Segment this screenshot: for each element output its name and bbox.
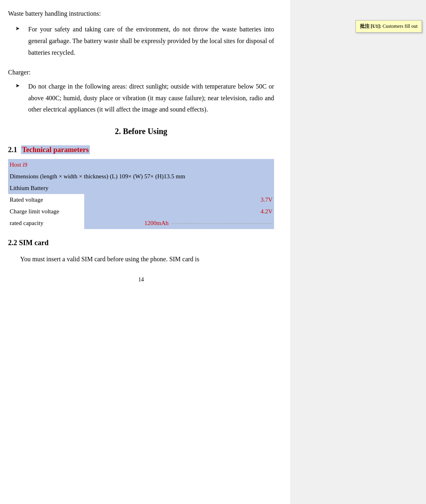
lithium-label: Lithium Battery [8, 182, 274, 194]
page-wrapper: Waste battery handling instructions: For… [0, 0, 426, 504]
section21-heading: 2.1 Technical parameters [8, 146, 274, 154]
page-number: 14 [8, 277, 274, 283]
section22: 2.2 SIM card You must insert a valid SIM… [8, 239, 274, 264]
charger-label: Charger: [8, 67, 274, 78]
tech-table: Host i9 Dimensions (length × width × thi… [8, 159, 274, 229]
rated-voltage-value: 3.7V [84, 194, 274, 206]
comment-text: Customers fill out [382, 23, 418, 29]
rated-capacity-row: rated capacity 1200mAh [8, 217, 274, 229]
sidebar: 批注 [U1]: Customers fill out [290, 0, 426, 504]
sim-text: You must insert a valid SIM card before … [8, 254, 274, 264]
dims-label: Dimensions (length × width × thickness) … [8, 171, 274, 182]
charge-limit-row: Charge limit voltage 4.2V [8, 206, 274, 217]
bullet2-text: Do not charge in the following areas: di… [28, 83, 274, 113]
rated-capacity-value: 1200mAh [84, 217, 274, 229]
rated-voltage-label: Rated voltage [8, 194, 84, 206]
bullet-item-1: For your safety and taking care of the e… [8, 24, 274, 58]
charge-limit-label: Charge limit voltage [8, 206, 84, 217]
rated-voltage-row: Rated voltage 3.7V [8, 194, 274, 206]
bullet-item-2: Do not charge in the following areas: di… [8, 81, 274, 116]
charge-limit-value: 4.2V [84, 206, 274, 217]
waste-battery-heading: Waste battery handling instructions: [8, 8, 274, 19]
lithium-row: Lithium Battery [8, 182, 274, 194]
comment-bubble: 批注 [U1]: Customers fill out [355, 20, 422, 33]
host-label: Host i9 [8, 159, 274, 171]
host-row: Host i9 [8, 159, 274, 171]
dashed-line [172, 223, 272, 224]
comment-label: 批注 [U1]: [360, 23, 382, 29]
main-content: Waste battery handling instructions: For… [0, 0, 290, 504]
section2-heading: 2. Before Using [8, 127, 274, 136]
bullet1-text: For your safety and taking care of the e… [28, 26, 274, 56]
dims-row: Dimensions (length × width × thickness) … [8, 171, 274, 182]
section22-heading: 2.2 SIM card [8, 239, 274, 247]
section21-label: 2.1 [8, 146, 17, 154]
rated-capacity-label: rated capacity [8, 217, 84, 229]
section21-highlight: Technical parameters [21, 145, 90, 154]
